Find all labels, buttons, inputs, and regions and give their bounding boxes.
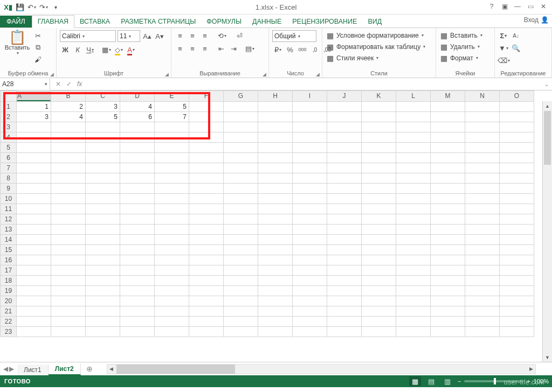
cell[interactable]: [120, 163, 155, 173]
restore-icon[interactable]: ▭: [524, 0, 537, 13]
row-header[interactable]: 18: [1, 275, 17, 285]
cell[interactable]: [155, 316, 189, 326]
cell[interactable]: [189, 214, 224, 224]
cell[interactable]: [431, 265, 465, 275]
cell[interactable]: [258, 101, 293, 111]
cell[interactable]: [51, 183, 86, 193]
cell[interactable]: [224, 255, 258, 265]
row-header[interactable]: 1: [1, 101, 17, 111]
dialog-launcher-icon[interactable]: ◢: [165, 72, 169, 77]
cell[interactable]: [293, 111, 327, 122]
cell[interactable]: [500, 316, 534, 326]
autosum-icon[interactable]: Σ▾: [498, 30, 509, 41]
cell[interactable]: [17, 132, 51, 142]
cell[interactable]: [396, 132, 431, 142]
cell[interactable]: [86, 132, 120, 142]
cell[interactable]: [155, 326, 189, 337]
increase-indent-icon[interactable]: ⇥: [228, 43, 239, 54]
cell[interactable]: [120, 152, 155, 163]
qat-customize-icon[interactable]: ▾: [50, 1, 61, 13]
cell[interactable]: [293, 306, 327, 316]
align-right-icon[interactable]: ≡: [199, 43, 210, 54]
cell[interactable]: [189, 234, 224, 244]
cell[interactable]: [224, 152, 258, 163]
sheet-tab[interactable]: Лист1: [17, 365, 49, 375]
cell[interactable]: [500, 234, 534, 244]
cell[interactable]: [362, 296, 396, 306]
cell[interactable]: [327, 296, 362, 306]
tab-view[interactable]: ВИД: [362, 16, 387, 27]
cell[interactable]: [189, 173, 224, 183]
cell[interactable]: [189, 244, 224, 255]
row-header[interactable]: 12: [1, 214, 17, 224]
tab-formulas[interactable]: ФОРМУЛЫ: [201, 16, 247, 27]
cell[interactable]: [224, 214, 258, 224]
cell[interactable]: [327, 152, 362, 163]
cell[interactable]: [327, 255, 362, 265]
cell[interactable]: [224, 204, 258, 214]
cell[interactable]: [293, 183, 327, 193]
column-header[interactable]: D: [120, 91, 155, 102]
cell[interactable]: [155, 183, 189, 193]
cell[interactable]: [224, 244, 258, 255]
cell[interactable]: [293, 224, 327, 234]
cell[interactable]: [51, 285, 86, 296]
comma-icon[interactable]: 000: [297, 44, 308, 55]
cell[interactable]: [396, 142, 431, 152]
cell[interactable]: [431, 142, 465, 152]
fill-icon[interactable]: ▼▾: [498, 43, 509, 53]
cell[interactable]: [465, 285, 500, 296]
cell[interactable]: [431, 244, 465, 255]
cell[interactable]: [431, 101, 465, 111]
row-header[interactable]: 22: [1, 316, 17, 326]
column-header[interactable]: O: [500, 91, 534, 102]
cell[interactable]: [120, 173, 155, 183]
cell[interactable]: [224, 285, 258, 296]
cell[interactable]: 4: [120, 101, 155, 111]
cell[interactable]: [293, 163, 327, 173]
cell[interactable]: [189, 224, 224, 234]
cell[interactable]: [396, 326, 431, 337]
cell[interactable]: [500, 152, 534, 163]
cell[interactable]: [51, 173, 86, 183]
align-top-icon[interactable]: ≡: [175, 30, 185, 41]
cell[interactable]: [465, 193, 500, 204]
cell[interactable]: [258, 193, 293, 204]
cell[interactable]: [189, 306, 224, 316]
cell[interactable]: [465, 101, 500, 111]
font-name-select[interactable]: Calibri▾: [60, 30, 116, 42]
cell[interactable]: [224, 183, 258, 193]
cell[interactable]: [431, 224, 465, 234]
cell[interactable]: [51, 163, 86, 173]
cell[interactable]: [86, 285, 120, 296]
cell[interactable]: [258, 204, 293, 214]
cell[interactable]: [327, 234, 362, 244]
cell[interactable]: [258, 152, 293, 163]
percent-icon[interactable]: %: [285, 44, 295, 55]
cell[interactable]: 6: [120, 111, 155, 122]
cell[interactable]: [155, 234, 189, 244]
cell[interactable]: [396, 163, 431, 173]
cell[interactable]: [86, 306, 120, 316]
align-bottom-icon[interactable]: ≡: [199, 30, 210, 41]
cell[interactable]: [465, 316, 500, 326]
cell[interactable]: [431, 183, 465, 193]
cell[interactable]: [51, 122, 86, 132]
cell[interactable]: [293, 275, 327, 285]
cell[interactable]: [17, 255, 51, 265]
cell[interactable]: [396, 111, 431, 122]
cell[interactable]: [17, 244, 51, 255]
cell[interactable]: [465, 183, 500, 193]
horizontal-scrollbar[interactable]: ◀ ▶: [107, 364, 536, 374]
cell[interactable]: [500, 306, 534, 316]
cell[interactable]: [431, 275, 465, 285]
tab-review[interactable]: РЕЦЕНЗИРОВАНИЕ: [287, 16, 362, 27]
cell[interactable]: [51, 296, 86, 306]
cell[interactable]: [120, 296, 155, 306]
align-center-icon[interactable]: ≡: [187, 43, 198, 54]
cell[interactable]: [431, 111, 465, 122]
orientation-icon[interactable]: ⟲▾: [217, 30, 227, 41]
cell[interactable]: [362, 173, 396, 183]
cell[interactable]: [431, 122, 465, 132]
cell[interactable]: [189, 326, 224, 337]
